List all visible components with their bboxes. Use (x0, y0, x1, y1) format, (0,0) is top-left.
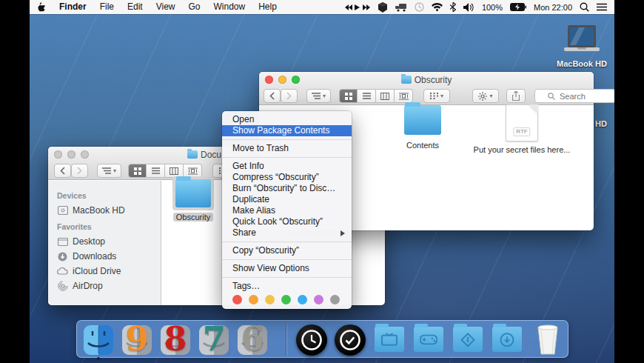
back-button[interactable] (54, 164, 71, 178)
close-button[interactable] (54, 150, 62, 159)
forward-button[interactable] (71, 164, 88, 178)
menu-separator (222, 259, 352, 260)
tag-gray[interactable] (330, 295, 340, 304)
menu-view[interactable]: View (150, 0, 182, 14)
time-machine-clock-icon[interactable] (415, 2, 424, 12)
truck-icon[interactable] (395, 3, 407, 12)
back-button[interactable] (264, 89, 281, 103)
tag-purple[interactable] (314, 295, 323, 304)
menu-separator (222, 277, 352, 278)
dock-downloads-folder-icon[interactable] (491, 324, 523, 356)
search-field[interactable] (534, 89, 614, 103)
dock-finder-8-icon[interactable]: 8 (159, 324, 192, 356)
file-item-rtf[interactable]: RTF Put your secret files here... (481, 104, 563, 154)
numeral-9: 9 (126, 323, 149, 356)
dock-games-folder-icon[interactable] (412, 324, 445, 356)
dock-finder-7-icon[interactable]: 7 (198, 324, 230, 356)
macbook-icon (563, 24, 601, 57)
context-menu-item-share[interactable]: Share (222, 227, 352, 239)
spotlight-search-icon[interactable] (580, 2, 589, 12)
numeral-6: 6 (241, 323, 264, 356)
tag-red[interactable] (232, 295, 242, 304)
desktop-icon (57, 238, 68, 246)
tag-color-row (222, 292, 352, 306)
menu-help[interactable]: Help (252, 0, 284, 14)
partial-desktop-icon-label[interactable]: HD (595, 119, 607, 128)
context-menu: Open Show Package Contents Move to Trash… (222, 111, 352, 309)
forward-button[interactable] (281, 89, 298, 103)
list-view-button[interactable] (358, 89, 376, 103)
media-keys-icon[interactable] (345, 4, 370, 11)
apple-icon (36, 2, 46, 13)
dock-finder-6-icon[interactable]: 6 (236, 324, 269, 356)
search-input[interactable] (558, 91, 603, 101)
obscurity-window-title: Obscurity (259, 72, 594, 87)
obscurity-titlebar[interactable]: Obscurity (259, 72, 594, 87)
context-menu-item-make-alias[interactable]: Make Alias (222, 205, 352, 216)
tag-yellow[interactable] (265, 295, 275, 304)
dock-checkmark-app-icon[interactable] (334, 324, 366, 356)
menu-window[interactable]: Window (207, 0, 252, 14)
gamepad-glyph (420, 335, 437, 345)
menu-separator (222, 157, 352, 158)
zoom-button[interactable] (81, 150, 89, 159)
action-menu-button[interactable]: ▾ (472, 89, 499, 103)
menu-edit[interactable]: Edit (121, 0, 150, 14)
dock-movies-folder-icon[interactable] (373, 324, 406, 356)
context-menu-item-get-info[interactable]: Get Info (222, 161, 352, 172)
context-menu-item-compress[interactable]: Compress “Obscurity” (222, 172, 352, 183)
file-item-obscurity[interactable]: Obscurity (172, 176, 214, 222)
tag-blue[interactable] (298, 295, 307, 304)
share-button[interactable] (506, 89, 526, 103)
dock-finder-9-icon[interactable]: 9 (121, 324, 153, 356)
item-arrange-menu-button[interactable]: ▾ (97, 164, 121, 178)
desktop[interactable]: Finder File Edit View Go Window Help (30, 0, 614, 363)
context-menu-item-duplicate[interactable]: Duplicate (222, 194, 352, 205)
bluetooth-icon[interactable] (450, 2, 456, 12)
minimize-button[interactable] (67, 150, 76, 159)
context-menu-item-tags[interactable]: Tags… (222, 281, 352, 292)
wifi-icon[interactable] (432, 3, 443, 11)
item-arrange-menu-button[interactable]: ▾ (306, 89, 331, 103)
context-menu-item-move-to-trash[interactable]: Move to Trash (222, 143, 352, 154)
menu-clock[interactable]: Mon 22:00 (534, 3, 572, 12)
folder-icon (187, 150, 198, 159)
sidebar-section-devices: Devices (57, 191, 161, 200)
cube-icon[interactable] (378, 2, 388, 13)
tag-orange[interactable] (249, 295, 258, 304)
context-menu-item-copy[interactable]: Copy “Obscurity” (222, 245, 352, 256)
icon-view-button[interactable] (128, 164, 147, 178)
dock-clock-app-icon[interactable] (295, 324, 328, 356)
dock-finder-icon[interactable] (82, 324, 115, 356)
group-by-menu-button[interactable]: ▾ (423, 89, 450, 103)
coverflow-view-button[interactable] (395, 89, 413, 103)
icon-view-button[interactable] (339, 89, 358, 103)
context-menu-item-show-view-options[interactable]: Show View Options (222, 263, 352, 274)
menu-go[interactable]: Go (182, 0, 207, 14)
menu-file[interactable]: File (93, 0, 121, 14)
sidebar-item-downloads[interactable]: Downloads (57, 249, 161, 264)
sidebar-item-macbook-hd[interactable]: MacBook HD (57, 203, 161, 218)
dock-applications-folder-icon[interactable] (452, 324, 484, 356)
menu-finder[interactable]: Finder (53, 0, 93, 14)
sidebar-item-airdrop[interactable]: AirDrop (57, 279, 161, 293)
notification-center-icon[interactable] (597, 3, 607, 11)
list-view-button[interactable] (147, 164, 165, 178)
column-view-button[interactable] (376, 89, 395, 103)
apple-menu[interactable] (30, 2, 53, 13)
sidebar-item-desktop[interactable]: Desktop (57, 234, 161, 249)
obscurity-toolbar: ▾ ▾ (259, 87, 594, 105)
sidebar-item-icloud-drive[interactable]: iCloud Drive (57, 264, 161, 279)
numeral-7: 7 (203, 323, 226, 356)
context-menu-item-quick-look[interactable]: Quick Look “Obscurity” (222, 216, 352, 227)
context-menu-item-burn[interactable]: Burn “Obscurity” to Disc… (222, 183, 352, 194)
context-menu-item-open[interactable]: Open (222, 114, 352, 125)
file-item-contents[interactable]: Contents (404, 105, 441, 150)
battery-icon (510, 3, 526, 11)
context-menu-item-show-package-contents[interactable]: Show Package Contents (222, 125, 352, 136)
desktop-icon-macbook-hd[interactable]: MacBook HD (557, 24, 607, 68)
tag-green[interactable] (281, 295, 291, 304)
dock-trash-icon[interactable] (531, 324, 564, 356)
tv-glyph (381, 333, 398, 347)
volume-icon[interactable] (463, 3, 474, 12)
